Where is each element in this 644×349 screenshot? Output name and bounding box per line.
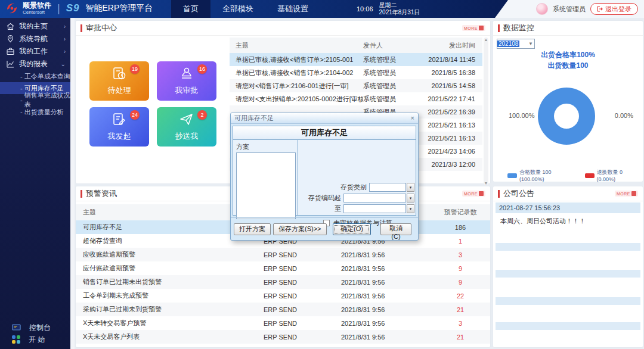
logout-button[interactable]: 退出登录 [590,3,638,15]
user-avatar[interactable] [536,3,548,15]
logout-label: 退出登录 [605,5,631,14]
count-badge: 19 [130,64,140,74]
approval-row[interactable]: 单据已审核,请接收<销售订单>:2104-002 系统管理员 2021/8/5 … [230,66,482,79]
tile-label: 我发起 [89,131,149,142]
code-from-label: 存货编码起 [308,194,341,202]
logo-swirl-icon [5,1,19,15]
warning-row[interactable]: 销售订单已过期未出货预警 ERP SEND 2021/8/31 9:56 9 [76,275,490,289]
col-subject: 主题 [230,41,363,50]
donut-chart [538,88,595,145]
code-from-dropdown-button[interactable]: ▾ [407,194,414,202]
category-dropdown-button[interactable]: ▾ [407,183,414,192]
clock-date: 2021年8月31日 [379,9,420,15]
tile-cc-to-me[interactable]: 2 抄送我 [157,107,216,147]
notice-panel-header: 公司公告 MORE [493,186,643,201]
donut-label-left: 100.00% [509,112,534,119]
tile-label: 我审批 [157,85,216,96]
count-badge: 16 [197,64,207,74]
approval-panel-header: 审批中心 MORE [76,21,490,36]
code-to-dropdown-button[interactable]: ▾ [407,204,414,213]
approval-row[interactable]: 单据已审核,请接收<销售订单>:2105-001 系统管理员 2021/8/14… [230,53,482,66]
plan-label: 方案 [236,142,295,151]
chevron-down-icon: ▼ [528,41,534,46]
sidebar-item-home[interactable]: 我的主页 › [0,20,70,33]
col-count: 预警记录数 [431,208,490,217]
logo-text-cn: 顺景软件 [23,2,51,10]
more-icon [479,191,484,196]
code-to-label: 至 [335,204,341,213]
start-icon [12,335,20,344]
sidebar-submenu: 工令单成本查询 可用库存不足 销售单完成状况表 出货质量分析 [0,70,70,118]
accent-bar [498,190,500,198]
stock-shortage-dialog: 可用库存不足 × 可用库存不足 方案 存货类别 ▾ 存货编码起 ▾ 至 ▾ [230,113,419,241]
panel-title: 预警资讯 [86,188,117,199]
clock-weekday: 星期二 [379,2,397,8]
code-from-input[interactable] [343,194,406,202]
category-input[interactable] [369,183,406,192]
col-sender: 发件人 [363,41,416,50]
tile-label: 待处理 [89,85,149,96]
tile-initiated-by-me[interactable]: 24 我发起 [89,107,149,147]
category-label: 存货类别 [340,183,367,192]
notice-content[interactable]: 本周六、周日公司活动！！！ [496,213,640,235]
approval-row[interactable]: 请您对<销售订单>:2106-001进行[一审] 系统管理员 2021/6/5 … [230,79,482,92]
warning-row[interactable]: 工令单到期未完成预警 ERP SEND 2021/8/31 9:56 22 [76,289,490,303]
ship-qty-label: 出货数量100 [493,60,643,71]
save-plan-button[interactable]: 保存方案(S)>> [273,223,327,235]
approval-row[interactable]: 请您对<支出报销单>:202105-0002进行[审核] 系统管理员 2021/… [230,92,482,105]
plan-listbox[interactable] [236,152,296,219]
notice-timestamp[interactable]: 2021-08-27 15:56:23 [496,202,640,213]
close-icon[interactable]: × [411,115,414,121]
code-to-input[interactable] [343,204,406,213]
warning-row[interactable]: X天未交易客户列表 ERP SEND 2021/8/31 9:56 21 [76,330,490,344]
chevron-right-icon: › [64,23,66,30]
work-icon [6,47,15,56]
warning-row[interactable]: X天未转交易客户预警 ERP SEND 2021/8/31 9:56 3 [76,316,490,330]
logo-text-en: Centersoft [23,10,51,15]
warning-row[interactable]: 应收账款逾期预警 ERP SEND 2021/8/31 9:56 3 [76,248,490,261]
dialog-button-bar: 打开方案 保存方案(S)>> 确定(O) 取消(C) [231,217,418,240]
more-button[interactable]: MORE [462,25,485,31]
nav-tab-home[interactable]: 首页 [171,0,210,18]
sidebar-footer: 控制台 开 始 [0,322,70,345]
sidebar-item-work[interactable]: 我的工作 › [0,45,70,58]
console-button[interactable]: 控制台 [0,322,70,334]
ok-button[interactable]: 确定(O) [333,223,371,235]
open-plan-button[interactable]: 打开方案 [234,223,271,235]
sidebar-subitem[interactable]: 工令单成本查询 [0,70,70,82]
scroll-down-icon[interactable]: ▼ [484,181,488,185]
sidebar-subitem[interactable]: 出货质量分析 [0,106,70,118]
sidebar-item-label: 我的报表 [19,59,48,69]
cancel-button[interactable]: 取消(C) [380,223,411,235]
more-button[interactable]: MORE [462,191,485,197]
stamp-icon [179,66,194,82]
page-scrollbar[interactable] [70,18,75,349]
notice-empty-slot [496,297,640,305]
approval-table-header: 主题 发件人 发出时间 [230,38,482,53]
table-scrollbar[interactable]: ▲ ▼ [484,38,488,185]
start-label: 开 始 [29,335,45,345]
sidebar-item-label: 我的工作 [19,46,48,57]
chart-legend: 合格数量 100 (100.00%) 退换数量 0 (0.00%) [507,169,643,182]
scroll-up-icon[interactable]: ▲ [484,38,488,42]
plan-section: 方案 [233,140,298,216]
dialog-header: 可用库存不足 [233,126,416,140]
start-button[interactable]: 开 始 [0,334,70,345]
tile-my-approvals[interactable]: 16 我审批 [157,61,216,101]
nav-tab-settings[interactable]: 基础设置 [265,0,320,18]
warning-row[interactable]: 采购订单已过期未到货预警 ERP SEND 2021/8/31 9:56 21 [76,303,490,316]
app-logo: 顺景软件 Centersoft | S9 智能ERP管理平台 [5,1,153,15]
dialog-title: 可用库存不足 [234,114,274,123]
sidebar-item-navigation[interactable]: 系统导航 › [0,33,70,45]
tile-pending[interactable]: 19 待处理 [89,61,149,101]
period-select[interactable]: 202108 ▼ [497,39,535,49]
nav-tab-modules[interactable]: 全部模块 [210,0,265,18]
warning-row[interactable]: 应付账款逾期预警 ERP SEND 2021/8/31 9:56 9 [76,261,490,275]
sidebar-subitem[interactable]: 销售单完成状况表 [0,94,70,106]
col-time: 发出时间 [416,41,482,50]
dialog-titlebar[interactable]: 可用库存不足 × [231,113,418,124]
monitor-panel-header: 数据监控 [493,21,643,36]
sidebar-item-reports[interactable]: 我的报表 ⌄ [0,58,70,70]
more-icon [631,191,636,196]
more-button[interactable]: MORE [615,191,638,197]
